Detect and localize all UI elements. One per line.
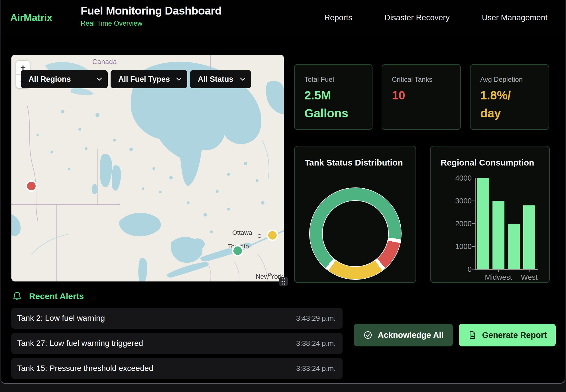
y-tick-label: 2000: [431, 219, 472, 228]
chevron-down-icon: [97, 77, 102, 81]
y-tick-label: 4000: [431, 174, 472, 183]
y-tick-label: 3000: [431, 197, 472, 205]
button-label: Generate Report: [482, 330, 547, 340]
bell-icon: [12, 291, 22, 301]
chart-title: Regional Consumption: [441, 158, 534, 168]
alert-text: Tank 27: Low fuel warning triggered: [17, 339, 143, 348]
nav-item-reports[interactable]: Reports: [324, 13, 352, 22]
y-tick-mark: [472, 201, 475, 201]
page-title: Fuel Monitoring Dashboard: [81, 5, 221, 17]
map-marker-warning[interactable]: [267, 230, 278, 241]
alert-text: Tank 2: Low fuel warning: [17, 314, 105, 323]
fuel-type-filter-label: All Fuel Types: [118, 75, 170, 84]
stat-label: Avg Depletion: [480, 75, 539, 83]
generate-report-button[interactable]: Generate Report: [459, 324, 556, 346]
page-subtitle: Real-Time Overview: [81, 19, 221, 27]
x-tick-mark: [498, 269, 499, 272]
region-filter-dropdown[interactable]: All Regions: [21, 70, 108, 88]
brand-logo: AirMatrix: [10, 12, 52, 23]
map-marker-critical[interactable]: [26, 180, 37, 192]
stat-value: 1.8%/day: [480, 86, 539, 122]
bar-1: [492, 201, 504, 269]
y-tick-label: 1000: [431, 242, 472, 251]
alerts-title: Recent Alerts: [29, 291, 84, 301]
status-filter-dropdown[interactable]: All Status: [190, 70, 251, 88]
chevron-down-icon: [240, 77, 245, 81]
y-tick-mark: [472, 178, 475, 178]
x-tick-label: West: [509, 273, 549, 282]
stat-card-total-fuel: Total Fuel 2.5MGallons: [294, 64, 372, 130]
chevron-down-icon: [176, 77, 182, 81]
stat-value: 10: [392, 86, 451, 104]
resize-handle-icon[interactable]: [279, 277, 288, 286]
alert-timestamp: 3:33:24 p.m.: [296, 364, 336, 373]
alert-text: Tank 15: Pressure threshold exceeded: [17, 364, 153, 373]
stat-card-avg-depletion: Avg Depletion 1.8%/day: [470, 64, 549, 130]
donut-ring: [310, 188, 401, 279]
acknowledge-all-button[interactable]: Acknowledge All: [354, 324, 453, 346]
regional-consumption-chart-card: Regional Consumption 01000200030004000Mi…: [430, 146, 550, 283]
nav-item-disaster-recovery[interactable]: Disaster Recovery: [384, 13, 450, 22]
bar-0: [477, 178, 489, 269]
title-block: Fuel Monitoring Dashboard Real-Time Over…: [81, 5, 221, 27]
tank-status-chart-card: Tank Status Distribution: [294, 146, 416, 283]
bar-plot: [475, 178, 541, 269]
nav-item-user-management[interactable]: User Management: [482, 13, 547, 22]
y-tick-mark: [472, 269, 475, 270]
alert-row[interactable]: Tank 15: Pressure threshold exceeded 3:3…: [11, 358, 343, 379]
alert-row[interactable]: Tank 2: Low fuel warning 3:43:29 p.m.: [11, 308, 343, 329]
button-label: Acknowledge All: [378, 330, 444, 340]
fuel-type-filter-dropdown[interactable]: All Fuel Types: [111, 70, 187, 88]
status-filter-label: All Status: [198, 75, 233, 84]
alert-timestamp: 3:38:24 p.m.: [296, 339, 336, 348]
stat-value: 2.5MGallons: [304, 86, 362, 122]
map-label-canada: Canada: [92, 58, 117, 66]
ottawa-town-dot: [258, 234, 261, 238]
window-bottom-strip: [0, 384, 566, 392]
bar-3: [523, 205, 535, 269]
alert-timestamp: 3:43:29 p.m.: [296, 314, 336, 322]
y-tick-label: 0: [431, 265, 472, 274]
stat-label: Critical Tanks: [392, 75, 451, 83]
map-label-ottawa: Ottawa: [232, 229, 252, 236]
region-filter-label: All Regions: [28, 75, 71, 84]
new-york-town-dot: [268, 273, 271, 276]
map-marker-normal[interactable]: [232, 245, 243, 256]
x-tick-mark: [529, 269, 530, 272]
document-icon: [468, 330, 477, 340]
alert-row[interactable]: Tank 27: Low fuel warning triggered 3:38…: [11, 333, 343, 354]
donut-hole: [322, 200, 389, 267]
y-tick-mark: [472, 246, 475, 247]
header: AirMatrix Fuel Monitoring Dashboard Real…: [1, 0, 565, 35]
y-tick-mark: [472, 223, 475, 224]
alerts-header: Recent Alerts: [12, 291, 84, 301]
map-filters: All Regions All Fuel Types All Status: [21, 70, 251, 88]
bar-2: [508, 224, 520, 269]
app-window: AirMatrix Fuel Monitoring Dashboard Real…: [0, 0, 565, 384]
map-panel[interactable]: Canada Ottawa Toronto New York + − All R…: [11, 55, 284, 281]
stat-card-critical-tanks: Critical Tanks 10: [382, 64, 461, 130]
main-nav: Reports Disaster Recovery User Managemen…: [324, 0, 547, 35]
check-circle-icon: [363, 330, 373, 340]
chart-title: Tank Status Distribution: [305, 158, 403, 168]
stat-label: Total Fuel: [304, 75, 362, 83]
